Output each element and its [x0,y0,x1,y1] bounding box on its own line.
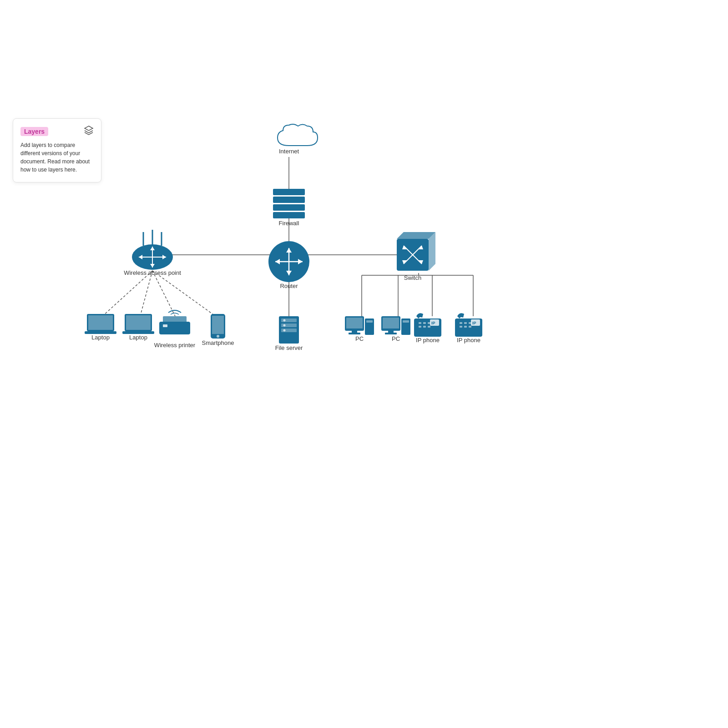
line-wap-laptop2 [140,271,152,316]
svg-rect-1 [273,189,305,195]
svg-rect-4 [273,212,305,218]
svg-rect-93 [464,326,467,328]
laptop1-node[interactable]: Laptop [85,314,116,341]
fileserver-node[interactable]: File server [275,316,303,351]
svg-text:Firewall: Firewall [279,220,299,227]
svg-text:Router: Router [280,283,298,289]
ipphone2-node[interactable]: IP IP phone [455,313,482,344]
pc2-node[interactable]: PC [381,316,410,342]
svg-rect-92 [460,326,462,328]
svg-rect-3 [273,204,305,211]
svg-rect-67 [349,333,360,334]
svg-marker-31 [429,232,435,271]
line-wap-smartphone [152,271,216,316]
svg-text:Smartphone: Smartphone [202,339,234,346]
svg-rect-80 [423,322,426,324]
ipphone1-node[interactable]: IP IP phone [414,313,441,344]
svg-text:Switch: Switch [404,274,421,281]
svg-text:IP phone: IP phone [416,337,440,344]
wap-node[interactable]: Wireless access point [124,230,181,276]
layers-description: Add layers to compare different versions… [20,141,94,174]
svg-rect-84 [428,326,430,328]
internet-node[interactable]: Internet [278,124,318,155]
svg-text:Laptop: Laptop [129,334,147,341]
svg-rect-66 [352,331,357,333]
svg-rect-74 [385,333,397,334]
svg-point-61 [283,324,286,327]
svg-rect-2 [273,197,305,203]
firewall-node[interactable]: Firewall [271,189,305,227]
laptop2-node[interactable]: Laptop [122,314,154,341]
svg-rect-73 [388,331,394,333]
svg-text:IP: IP [472,321,476,325]
svg-rect-83 [423,326,426,328]
svg-text:Internet: Internet [279,148,299,155]
line-wap-laptop1 [102,271,152,316]
svg-point-54 [217,335,219,338]
svg-text:Wireless printer: Wireless printer [154,342,196,349]
svg-rect-82 [419,326,421,328]
layers-icon[interactable] [84,125,94,137]
router-node[interactable]: Router [268,241,309,289]
svg-rect-47 [159,322,190,334]
svg-rect-90 [464,322,467,324]
svg-text:File server: File server [275,344,303,351]
svg-rect-72 [383,318,399,329]
svg-rect-94 [469,326,471,328]
svg-text:IP phone: IP phone [457,337,480,344]
svg-rect-50 [163,324,167,327]
switch-node[interactable]: Switch [397,232,435,281]
svg-rect-40 [88,315,113,330]
smartphone-node[interactable]: Smartphone [202,314,234,346]
pc1-node[interactable]: PC [345,316,374,342]
diagram-svg: .node-text { font-family: Arial, sans-se… [0,0,728,728]
svg-rect-49 [165,334,185,342]
svg-rect-79 [419,322,421,324]
svg-rect-76 [403,320,409,323]
layers-header: Layers [20,125,94,137]
svg-text:PC: PC [355,335,364,342]
svg-text:IP: IP [431,321,435,325]
svg-rect-48 [163,316,187,323]
svg-text:Laptop: Laptop [91,334,110,341]
svg-text:PC: PC [392,335,400,342]
layers-title: Layers [20,127,48,136]
svg-rect-53 [212,316,224,334]
layers-panel: Layers Add layers to compare different v… [13,118,101,182]
svg-rect-69 [366,320,373,323]
svg-text:Wireless access point: Wireless access point [124,269,181,276]
svg-rect-65 [346,318,363,329]
svg-point-62 [283,329,286,332]
svg-rect-44 [126,315,151,330]
svg-point-60 [283,319,286,322]
svg-rect-89 [460,322,462,324]
line-wap-printer [152,271,175,316]
